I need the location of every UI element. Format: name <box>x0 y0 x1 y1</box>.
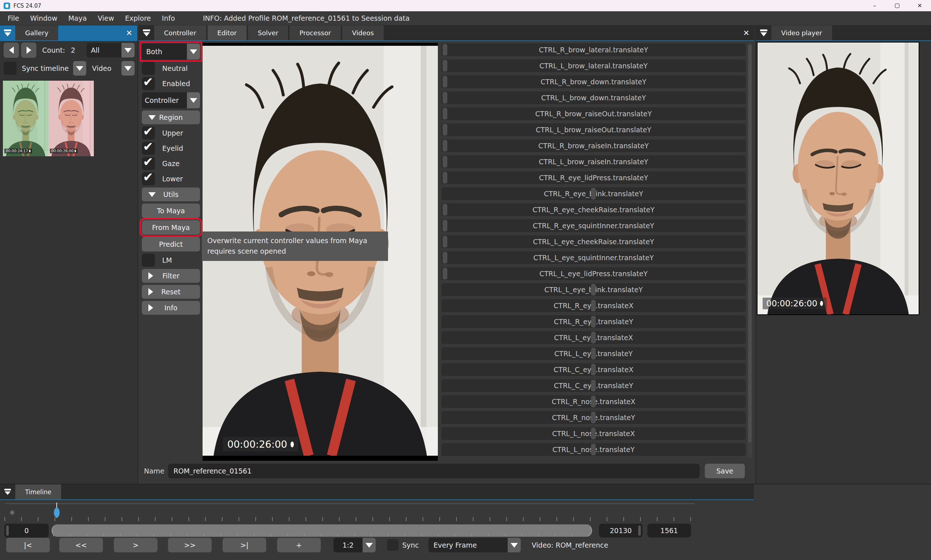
mode-dropdown[interactable]: Both <box>142 44 200 60</box>
slider-thumb[interactable] <box>442 92 447 103</box>
gallery-thumbnail-2[interactable]: 00:00:26:00 <box>48 81 94 156</box>
slider-thumb[interactable] <box>591 316 596 328</box>
predict-button[interactable]: Predict <box>142 237 200 251</box>
controller-slider-row[interactable]: CTRL_L_nose.translateY <box>441 443 746 457</box>
tab-solver[interactable]: Solver <box>248 25 288 40</box>
controller-slider-row[interactable]: CTRL_L_eye_cheekRaise.translateY <box>441 235 746 249</box>
step-ratio-dropdown-button[interactable] <box>362 538 376 552</box>
timeline-scroll-bar[interactable] <box>52 525 592 537</box>
tab-video-player[interactable]: Video player <box>771 25 832 40</box>
controller-dropdown[interactable]: Controller <box>142 92 200 108</box>
step-back-button[interactable]: << <box>59 538 103 552</box>
filter-icon[interactable] <box>139 25 154 40</box>
menu-item-file[interactable]: File <box>2 11 25 25</box>
upper-checkbox[interactable] <box>142 126 155 140</box>
slider-thumb[interactable] <box>591 412 596 423</box>
controller-slider-row[interactable]: CTRL_R_eye_squintInner.translateY <box>441 219 746 232</box>
tab-gallery[interactable]: Gallery <box>15 25 58 40</box>
controller-slider-row[interactable]: CTRL_L_eye.translateY <box>441 347 746 360</box>
menu-item-info[interactable]: Info <box>156 11 180 25</box>
slider-thumb[interactable] <box>442 268 447 280</box>
slider-thumb[interactable] <box>591 332 596 343</box>
tab-processor[interactable]: Processor <box>290 25 341 40</box>
video-dropdown-button[interactable] <box>122 61 134 75</box>
slider-thumb[interactable] <box>442 140 447 152</box>
go-to-end-button[interactable]: >| <box>223 538 266 552</box>
to-maya-button[interactable]: To Maya <box>142 203 200 218</box>
step-ratio-value[interactable]: 1:2 <box>333 538 362 552</box>
slider-thumb[interactable] <box>442 76 447 88</box>
controller-slider-row[interactable]: CTRL_R_eye_blink.translateY <box>441 187 746 201</box>
sync-dropdown-button[interactable] <box>73 61 86 75</box>
go-to-start-button[interactable]: |< <box>6 538 50 552</box>
controller-slider-row[interactable]: CTRL_L_brow_down.translateY <box>441 91 746 105</box>
controller-slider-row[interactable]: CTRL_R_eye_lidPress.translateY <box>441 171 746 185</box>
menu-item-view[interactable]: View <box>92 11 120 25</box>
controller-slider-row[interactable]: CTRL_R_eye.translateX <box>441 299 746 312</box>
slider-thumb[interactable] <box>442 108 447 120</box>
slider-thumb[interactable] <box>442 220 447 231</box>
slider-thumb[interactable] <box>591 284 596 295</box>
frame-mode-dropdown-button[interactable] <box>508 538 521 552</box>
controller-slider-row[interactable]: CTRL_L_eye_squintInner.translateY <box>441 251 746 265</box>
region-button[interactable]: Region <box>142 111 200 124</box>
controller-slider-row[interactable]: CTRL_R_brow_lateral.translateY <box>441 43 746 57</box>
range-start-box[interactable]: 0 <box>5 524 49 537</box>
slider-thumb[interactable] <box>442 252 447 263</box>
slider-thumb[interactable] <box>591 444 596 455</box>
filter-expander[interactable]: Filter <box>142 269 200 283</box>
controller-slider-row[interactable]: CTRL_L_eye.translateX <box>441 331 746 345</box>
filter-icon[interactable] <box>756 25 771 40</box>
slider-thumb[interactable] <box>591 380 596 391</box>
menu-item-maya[interactable]: Maya <box>63 11 92 25</box>
controller-slider-row[interactable]: CTRL_R_brow_raiseOut.translateY <box>441 107 746 121</box>
controller-slider-row[interactable]: CTRL_R_brow_raiseIn.translateY <box>441 139 746 152</box>
timeline-ticks[interactable] <box>5 517 696 521</box>
restore-icon[interactable] <box>886 0 908 11</box>
tab-videos[interactable]: Videos <box>342 25 384 40</box>
eyelid-checkbox[interactable] <box>142 142 155 155</box>
sync-timeline-checkbox[interactable] <box>4 62 17 75</box>
enabled-checkbox[interactable] <box>142 77 155 90</box>
timeline-marker-dot[interactable] <box>9 510 15 515</box>
slider-thumb[interactable] <box>442 60 447 72</box>
chevron-down-icon[interactable] <box>187 92 200 108</box>
slider-thumb[interactable] <box>591 364 596 375</box>
tab-timeline[interactable]: Timeline <box>15 485 61 499</box>
menu-item-explore[interactable]: Explore <box>120 11 156 25</box>
controller-slider-row[interactable]: CTRL_L_eye_lidPress.translateY <box>441 267 746 280</box>
controller-slider-row[interactable]: CTRL_R_brow_down.translateY <box>441 75 746 89</box>
controller-slider-row[interactable]: CTRL_L_brow_lateral.translateY <box>441 59 746 73</box>
slider-thumb[interactable] <box>442 172 447 183</box>
slider-thumb[interactable] <box>591 300 596 311</box>
controller-slider-row[interactable]: CTRL_R_eye.translateY <box>441 315 746 329</box>
chevron-down-icon[interactable] <box>122 43 134 57</box>
gallery-close-icon[interactable]: ✕ <box>121 25 137 40</box>
tab-editor[interactable]: Editor <box>208 25 247 40</box>
close-icon[interactable]: ✕ <box>908 0 931 11</box>
slider-thumb[interactable] <box>442 124 447 135</box>
chevron-down-icon[interactable] <box>187 44 200 60</box>
next-button[interactable] <box>21 43 36 58</box>
slider-thumb[interactable] <box>591 428 596 439</box>
sync-checkbox[interactable] <box>387 539 399 551</box>
filter-icon[interactable] <box>0 25 15 40</box>
controller-slider-row[interactable]: CTRL_C_eye.translateX <box>441 363 746 377</box>
current-frame-box[interactable]: 1561 <box>647 524 691 537</box>
frame-mode-value[interactable]: Every Frame <box>429 538 508 552</box>
step-forward-button[interactable]: >> <box>168 538 212 552</box>
controller-close-icon[interactable]: ✕ <box>738 25 755 40</box>
save-button[interactable]: Save <box>705 464 745 478</box>
slider-thumb[interactable] <box>442 204 447 215</box>
slider-thumb[interactable] <box>442 44 447 55</box>
controller-slider-row[interactable]: CTRL_L_eye_blink.translateY <box>441 283 746 297</box>
tab-controller[interactable]: Controller <box>154 25 206 40</box>
lower-checkbox[interactable] <box>142 172 155 185</box>
lm-checkbox[interactable] <box>142 254 155 267</box>
gallery-thumbnail-1[interactable]: 00:00:24:17 <box>3 81 48 156</box>
name-input[interactable] <box>168 464 700 478</box>
slider-thumb[interactable] <box>591 188 596 200</box>
controller-slider-row[interactable]: CTRL_L_nose.translateX <box>441 427 746 440</box>
prev-button[interactable] <box>4 43 19 58</box>
menu-item-window[interactable]: Window <box>25 11 63 25</box>
